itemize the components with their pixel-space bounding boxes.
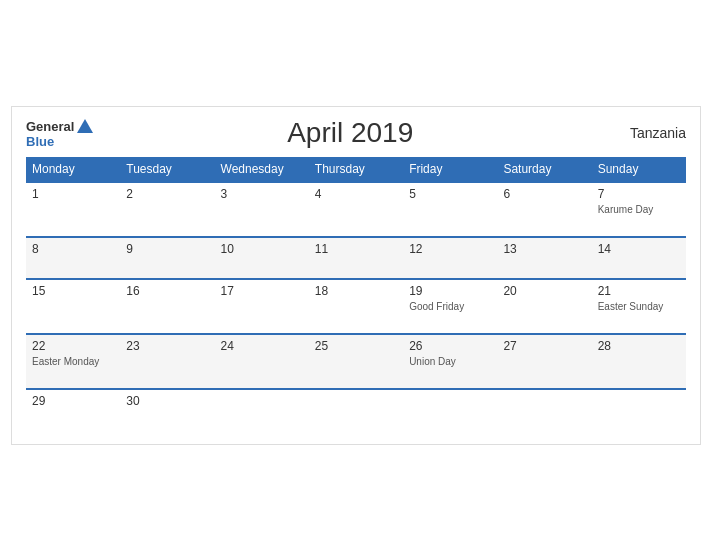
day-number: 23 [126,339,208,353]
calendar-day-cell: 13 [497,237,591,279]
calendar-table: Monday Tuesday Wednesday Thursday Friday… [26,157,686,430]
calendar-day-cell: 1 [26,182,120,237]
day-number: 29 [32,394,114,408]
day-number: 24 [221,339,303,353]
country-name: Tanzania [606,125,686,141]
holiday-name: Union Day [409,355,491,368]
day-number: 19 [409,284,491,298]
th-monday: Monday [26,157,120,182]
calendar-day-cell: 3 [215,182,309,237]
holiday-name: Karume Day [598,203,680,216]
day-number: 1 [32,187,114,201]
th-sunday: Sunday [592,157,686,182]
calendar-day-cell: 28 [592,334,686,389]
day-number: 6 [503,187,585,201]
calendar-day-cell [309,389,403,430]
calendar-day-cell [497,389,591,430]
calendar-day-cell: 5 [403,182,497,237]
calendar-day-cell [403,389,497,430]
day-number: 27 [503,339,585,353]
calendar-container: General Blue April 2019 Tanzania Monday … [11,106,701,445]
day-number: 3 [221,187,303,201]
day-number: 2 [126,187,208,201]
calendar-day-cell: 29 [26,389,120,430]
calendar-week-row: 1234567Karume Day [26,182,686,237]
calendar-header: General Blue April 2019 Tanzania [26,117,686,149]
calendar-day-cell: 30 [120,389,214,430]
logo-icon [76,117,94,135]
calendar-day-cell: 8 [26,237,120,279]
day-number: 13 [503,242,585,256]
calendar-day-cell: 2 [120,182,214,237]
calendar-day-cell: 21Easter Sunday [592,279,686,334]
day-number: 25 [315,339,397,353]
calendar-day-cell: 12 [403,237,497,279]
calendar-week-row: 2930 [26,389,686,430]
day-number: 8 [32,242,114,256]
th-wednesday: Wednesday [215,157,309,182]
calendar-day-cell: 23 [120,334,214,389]
th-thursday: Thursday [309,157,403,182]
calendar-week-row: 22Easter Monday23242526Union Day2728 [26,334,686,389]
holiday-name: Easter Monday [32,355,114,368]
calendar-day-cell: 25 [309,334,403,389]
day-number: 21 [598,284,680,298]
calendar-week-row: 1516171819Good Friday2021Easter Sunday [26,279,686,334]
day-number: 12 [409,242,491,256]
calendar-day-cell: 14 [592,237,686,279]
holiday-name: Easter Sunday [598,300,680,313]
day-number: 30 [126,394,208,408]
calendar-day-cell: 18 [309,279,403,334]
calendar-day-cell: 26Union Day [403,334,497,389]
calendar-day-cell: 20 [497,279,591,334]
day-number: 9 [126,242,208,256]
day-number: 22 [32,339,114,353]
day-number: 10 [221,242,303,256]
day-number: 5 [409,187,491,201]
calendar-day-cell: 15 [26,279,120,334]
calendar-day-cell [215,389,309,430]
calendar-day-cell: 4 [309,182,403,237]
day-number: 28 [598,339,680,353]
calendar-week-row: 891011121314 [26,237,686,279]
th-saturday: Saturday [497,157,591,182]
svg-marker-0 [77,119,93,133]
logo: General Blue [26,117,94,148]
day-number: 17 [221,284,303,298]
month-title: April 2019 [94,117,606,149]
calendar-day-cell: 24 [215,334,309,389]
calendar-day-cell: 22Easter Monday [26,334,120,389]
calendar-day-cell: 27 [497,334,591,389]
day-number: 18 [315,284,397,298]
day-number: 26 [409,339,491,353]
calendar-day-cell: 16 [120,279,214,334]
calendar-day-cell: 17 [215,279,309,334]
th-friday: Friday [403,157,497,182]
logo-general-text: General [26,120,74,133]
day-number: 16 [126,284,208,298]
day-number: 7 [598,187,680,201]
calendar-body: 1234567Karume Day8910111213141516171819G… [26,182,686,430]
weekday-header-row: Monday Tuesday Wednesday Thursday Friday… [26,157,686,182]
calendar-day-cell: 11 [309,237,403,279]
calendar-day-cell: 10 [215,237,309,279]
calendar-thead: Monday Tuesday Wednesday Thursday Friday… [26,157,686,182]
day-number: 20 [503,284,585,298]
calendar-day-cell [592,389,686,430]
day-number: 14 [598,242,680,256]
calendar-day-cell: 7Karume Day [592,182,686,237]
logo-blue-text: Blue [26,135,54,148]
th-tuesday: Tuesday [120,157,214,182]
calendar-day-cell: 19Good Friday [403,279,497,334]
day-number: 11 [315,242,397,256]
day-number: 15 [32,284,114,298]
calendar-day-cell: 9 [120,237,214,279]
calendar-day-cell: 6 [497,182,591,237]
holiday-name: Good Friday [409,300,491,313]
day-number: 4 [315,187,397,201]
